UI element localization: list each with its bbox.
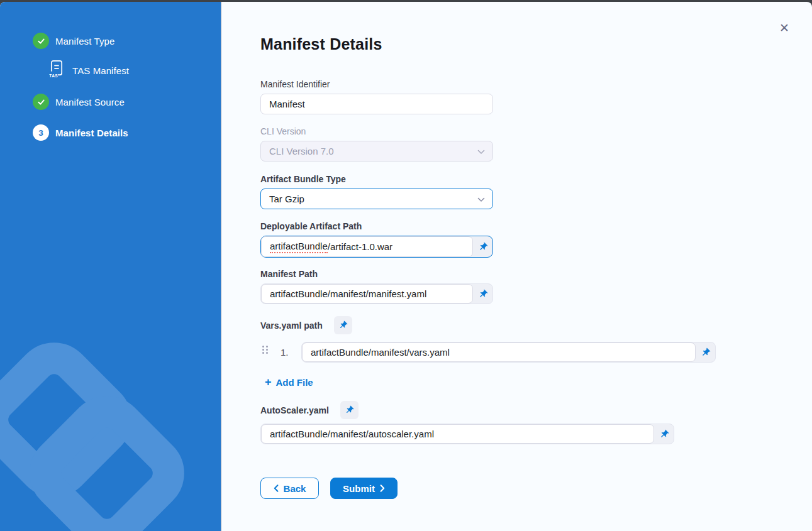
- close-icon[interactable]: ✕: [776, 19, 793, 36]
- vars-yaml-path-input-1[interactable]: artifactBundle/manifest/vars.yaml: [302, 342, 696, 362]
- autoscaler-yaml-label: AutoScaler.yaml: [260, 405, 329, 416]
- artifact-bundle-type-select[interactable]: Tar Gzip: [260, 189, 493, 209]
- pin-icon: [336, 319, 350, 332]
- substep-label: TAS Manifest: [72, 65, 129, 76]
- vars-file-row-number: 1.: [281, 347, 289, 358]
- add-file-label: Add File: [276, 377, 313, 388]
- pin-icon: [343, 403, 356, 417]
- chevron-down-icon: [477, 194, 485, 204]
- step-label: Manifest Details: [55, 128, 128, 138]
- deployable-artifact-path-input[interactable]: artifactBundle/artifact-1.0.war: [261, 236, 473, 257]
- step-label: Manifest Source: [55, 97, 125, 107]
- manifest-identifier-label: Manifest Identifier: [260, 79, 330, 90]
- vars-yaml-path-row-pin-button[interactable]: [696, 342, 715, 362]
- deployable-artifact-path-runtime-pin-button[interactable]: [473, 236, 492, 257]
- pin-icon: [476, 287, 490, 301]
- vars-yaml-path-label: Vars.yaml path: [260, 320, 323, 331]
- chevron-left-icon: [274, 483, 279, 494]
- chevron-right-icon: [380, 483, 385, 494]
- wizard-sidebar: Manifest Type TAS TAS Manifest Manifest …: [0, 2, 221, 531]
- autoscaler-yaml-pin-button[interactable]: [654, 424, 674, 444]
- vars-yaml-runtime-pin-button[interactable]: [334, 316, 352, 334]
- autoscaler-yaml-field: artifactBundle/manifest/autoscaler.yaml: [260, 424, 674, 444]
- step-label: Manifest Type: [55, 36, 114, 47]
- drag-handle[interactable]: [262, 346, 268, 354]
- submit-button[interactable]: Submit: [330, 478, 398, 499]
- cli-version-label: CLI Version: [260, 126, 306, 137]
- step-complete-check-icon: [33, 33, 49, 49]
- manifest-path-label: Manifest Path: [260, 268, 318, 280]
- wizard-step-manifest-details[interactable]: 3 Manifest Details: [33, 124, 128, 141]
- cli-version-value: CLI Version 7.0: [269, 146, 334, 156]
- autoscaler-runtime-pin-button[interactable]: [340, 401, 359, 419]
- input-text: /artifact-1.0.war: [328, 241, 392, 252]
- svg-text:TAS: TAS: [49, 73, 58, 77]
- pin-icon: [698, 345, 713, 359]
- manifest-wizard-modal: Manifest Type TAS TAS Manifest Manifest …: [0, 2, 812, 531]
- manifest-path-runtime-pin-button[interactable]: [473, 284, 492, 304]
- page-title: Manifest Details: [260, 35, 382, 53]
- pin-icon: [476, 239, 490, 254]
- back-button[interactable]: Back: [260, 478, 319, 499]
- submit-button-label: Submit: [343, 483, 375, 494]
- cli-version-select: CLI Version 7.0: [260, 141, 493, 161]
- wizard-step-manifest-source[interactable]: Manifest Source: [33, 94, 125, 110]
- selected-manifest-type-item: TAS TAS Manifest: [49, 60, 129, 80]
- back-button-label: Back: [284, 483, 306, 494]
- tas-manifest-icon: TAS: [49, 60, 64, 82]
- plus-icon: +: [265, 376, 272, 388]
- deployable-artifact-path-field: artifactBundle/artifact-1.0.war: [260, 236, 493, 258]
- manifest-path-field: artifactBundle/manifest/manifest.yaml: [260, 283, 493, 304]
- chevron-down-icon: [477, 146, 485, 156]
- artifact-bundle-type-label: Artifact Bundle Type: [260, 173, 346, 185]
- autoscaler-yaml-path-input[interactable]: artifactBundle/manifest/autoscaler.yaml: [261, 424, 654, 444]
- manifest-path-input[interactable]: artifactBundle/manifest/manifest.yaml: [261, 284, 473, 304]
- add-file-button[interactable]: + Add File: [265, 376, 313, 388]
- artifact-bundle-type-value: Tar Gzip: [269, 194, 304, 204]
- wizard-step-manifest-type[interactable]: Manifest Type: [33, 33, 114, 49]
- manifest-identifier-input[interactable]: [260, 94, 493, 114]
- pin-icon: [657, 427, 671, 441]
- deployable-artifact-path-label: Deployable Artifact Path: [260, 221, 362, 232]
- spellcheck-underlined-text: artifactBundle: [270, 241, 328, 253]
- vars-yaml-file-row: artifactBundle/manifest/vars.yaml: [301, 342, 716, 363]
- step-number-badge: 3: [33, 124, 49, 141]
- step-complete-check-icon: [33, 94, 49, 110]
